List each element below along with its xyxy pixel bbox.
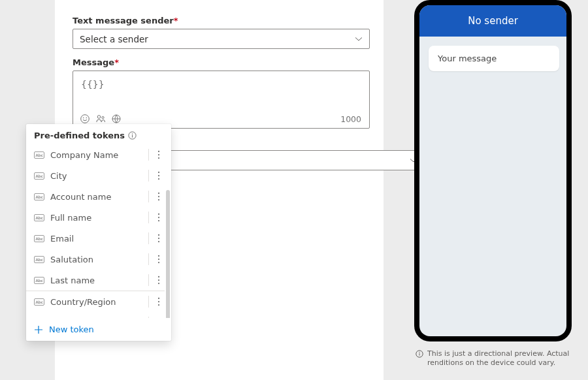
token-row[interactable]: AbcCompany Name	[26, 144, 165, 165]
new-token-button[interactable]: New token	[26, 318, 171, 341]
sender-field-label: Text message sender*	[73, 16, 178, 25]
more-icon[interactable]	[153, 317, 165, 318]
token-label: Country/Region	[50, 297, 144, 307]
emoji-icon[interactable]	[80, 114, 90, 124]
scrollbar[interactable]	[166, 190, 170, 318]
info-icon[interactable]	[128, 131, 137, 140]
new-token-label: New token	[49, 325, 94, 334]
phone-header: No sender	[419, 5, 566, 37]
separator	[148, 253, 149, 265]
svg-point-32	[158, 304, 159, 306]
tokens-header-text: Pre-defined tokens	[34, 131, 125, 140]
separator	[148, 232, 149, 244]
svg-point-1	[83, 118, 84, 119]
separator	[148, 317, 149, 318]
more-icon[interactable]	[153, 232, 165, 244]
text-field-icon: Abc	[34, 235, 44, 242]
svg-rect-8	[132, 135, 133, 138]
svg-point-15	[158, 193, 159, 194]
text-field-icon: Abc	[34, 193, 44, 200]
svg-point-21	[158, 234, 159, 236]
token-label: Salutation	[50, 255, 144, 264]
svg-point-18	[158, 214, 159, 215]
more-icon[interactable]	[153, 212, 165, 223]
message-field-label: Message*	[73, 57, 119, 67]
text-field-icon: Abc	[34, 172, 44, 180]
svg-point-16	[158, 196, 159, 197]
more-icon[interactable]	[153, 191, 165, 202]
token-row[interactable]: AbcEmail	[26, 228, 165, 249]
label-text: Text message sender	[73, 16, 174, 25]
sender-select[interactable]: Select a sender	[73, 29, 370, 49]
message-bubble: Your message	[429, 46, 559, 71]
svg-point-27	[158, 276, 159, 277]
svg-point-2	[86, 118, 88, 119]
svg-point-9	[158, 151, 159, 152]
svg-point-28	[158, 279, 159, 281]
separator	[148, 274, 149, 286]
svg-point-19	[158, 217, 159, 218]
token-label: Company Name	[50, 150, 144, 160]
token-row[interactable]: AbcFull name	[26, 207, 165, 228]
app-root: Text message sender* Select a sender Mes…	[0, 0, 588, 380]
token-row[interactable]: AbcAccount name	[26, 186, 165, 207]
phone-preview: No sender Your message	[414, 0, 572, 341]
more-icon[interactable]	[153, 253, 165, 265]
svg-point-37	[419, 352, 419, 353]
text-field-icon: Abc	[34, 151, 44, 159]
more-icon[interactable]	[153, 274, 165, 286]
svg-point-0	[81, 115, 90, 123]
token-row[interactable]: AbcLast name	[26, 270, 165, 291]
text-field-icon: Abc	[34, 298, 44, 306]
separator	[148, 191, 149, 202]
tokens-list: AbcCompany NameAbcCityAbcAccount nameAbc…	[26, 144, 171, 318]
svg-point-30	[158, 298, 159, 299]
token-row[interactable]: AbcFirst name	[26, 312, 165, 318]
token-label: City	[50, 171, 144, 181]
svg-point-13	[158, 175, 159, 176]
token-label: First name	[50, 318, 144, 319]
more-icon[interactable]	[153, 296, 165, 308]
sender-select-placeholder: Select a sender	[80, 34, 148, 44]
secondary-select[interactable]	[127, 150, 425, 170]
token-row[interactable]: AbcCity	[26, 165, 165, 186]
chevron-down-icon	[355, 35, 363, 43]
tokens-popup: Pre-defined tokens AbcCompany NameAbcCit…	[26, 124, 171, 341]
svg-point-10	[158, 154, 159, 155]
svg-point-22	[158, 238, 159, 239]
svg-point-24	[158, 255, 159, 257]
more-icon[interactable]	[153, 170, 165, 182]
svg-point-29	[158, 283, 159, 284]
char-count: 1000	[340, 114, 361, 124]
phone-body: Your message	[419, 37, 566, 80]
token-label: Account name	[50, 192, 144, 202]
svg-rect-38	[419, 353, 420, 356]
globe-icon[interactable]	[111, 114, 122, 124]
svg-point-17	[158, 199, 159, 200]
required-mark: *	[114, 57, 119, 67]
more-icon[interactable]	[153, 149, 165, 161]
phone-header-text: No sender	[468, 15, 518, 27]
text-field-icon: Abc	[34, 277, 44, 284]
token-row[interactable]: AbcSalutation	[26, 249, 165, 270]
svg-point-31	[158, 301, 159, 302]
message-editor[interactable]: {{}} 1000	[73, 71, 370, 129]
svg-point-4	[102, 116, 104, 118]
separator	[148, 149, 149, 161]
label-text: Message	[73, 57, 114, 67]
required-mark: *	[174, 16, 178, 25]
people-icon[interactable]	[95, 114, 106, 124]
token-label: Last name	[50, 276, 144, 285]
message-content: {{}}	[81, 79, 105, 89]
separator	[148, 296, 149, 308]
bubble-text: Your message	[438, 54, 497, 63]
svg-point-23	[158, 241, 159, 242]
token-row[interactable]: AbcCountry/Region	[26, 291, 165, 312]
disclaimer-text: This is just a directional preview. Actu…	[427, 349, 576, 368]
svg-point-14	[158, 178, 159, 180]
text-field-icon: Abc	[34, 256, 44, 263]
phone-screen: No sender Your message	[419, 5, 566, 336]
svg-point-20	[158, 220, 159, 221]
separator	[148, 170, 149, 182]
token-label: Email	[50, 234, 144, 244]
